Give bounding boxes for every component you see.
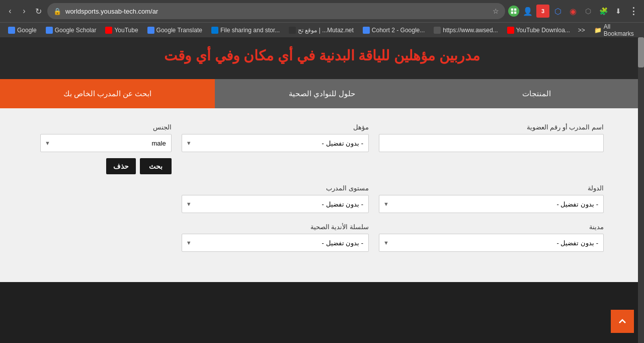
gender-select[interactable]: male female xyxy=(41,135,171,151)
translate-favicon xyxy=(147,27,154,34)
bookmark-awsed-label: https://www.awsed... xyxy=(443,27,498,34)
city-label: مدينة xyxy=(379,223,604,231)
bookmark-translate-label: Google Translate xyxy=(156,27,202,34)
scrollbar-thumb[interactable] xyxy=(638,37,644,67)
chain-select-wrapper: - بدون تفضيل - ▼ xyxy=(182,234,369,252)
addon-icon3[interactable]: ⬡ xyxy=(582,5,595,18)
action-buttons: بحث حذف xyxy=(40,158,172,174)
qual-select-wrapper: - بدون تفضيل - ▼ xyxy=(182,134,369,152)
svg-rect-0 xyxy=(511,9,513,11)
tab-solutions-label: حلول للنوادي الصحية xyxy=(289,89,355,98)
file-favicon xyxy=(211,27,218,34)
extensions-icon[interactable] xyxy=(508,6,519,17)
google-favicon xyxy=(8,27,15,34)
city-select[interactable]: - بدون تفضيل - xyxy=(379,235,603,251)
bookmark-scholar[interactable]: Google Scholar xyxy=(42,26,101,35)
page-header: مدربين مؤهلين للياقة البدنية في أي مكان … xyxy=(0,37,644,74)
bookmark-scholar-label: Google Scholar xyxy=(55,27,97,34)
folder-icon: 📁 xyxy=(594,27,602,34)
form-group-country: الدولة - بدون تفضيل - ▼ xyxy=(379,184,604,213)
country-select-wrapper: - بدون تفضيل - ▼ xyxy=(379,195,604,213)
bookmark-file-label: File sharing and stor... xyxy=(220,27,280,34)
form-group-name: اسم المدرب أو رقم العضوية xyxy=(379,123,604,152)
clear-button[interactable]: حذف xyxy=(106,158,136,174)
all-bookmarks-button[interactable]: 📁 All Bookmarks xyxy=(590,22,640,38)
chain-select[interactable]: - بدون تفضيل - xyxy=(182,235,368,251)
form-group-level: مستوى المدرب - بدون تفضيل - ▼ xyxy=(182,184,369,213)
bookmark-translate[interactable]: Google Translate xyxy=(143,26,206,35)
star-icon[interactable]: ☆ xyxy=(493,7,499,15)
extensions-button[interactable]: 🧩 xyxy=(597,5,610,18)
gender-label: الجنس xyxy=(40,123,172,131)
bookmark-cohort-label: Cohort 2 - Google... xyxy=(372,27,425,34)
tab-products-label: المنتجات xyxy=(522,89,551,98)
chain-label: سلسلة الأندية الصحية xyxy=(182,223,369,231)
bookmark-ytdl[interactable]: YouTube Downloa... xyxy=(503,26,574,35)
bookmark-cohort[interactable]: Cohort 2 - Google... xyxy=(359,26,429,35)
nav-tabs: ابحث عن المدرب الخاص بك حلول للنوادي الص… xyxy=(0,79,644,108)
form-row-1: اسم المدرب أو رقم العضوية مؤهل - بدون تف… xyxy=(40,123,604,174)
bookmark-google[interactable]: Google xyxy=(4,26,41,35)
form-group-chain: سلسلة الأندية الصحية - بدون تفضيل - ▼ xyxy=(182,223,369,252)
svg-rect-2 xyxy=(511,12,513,14)
page-content: مدربين مؤهلين للياقة البدنية في أي مكان … xyxy=(0,37,644,282)
tab-gym-solutions[interactable]: حلول للنوادي الصحية xyxy=(215,79,430,108)
cohort-favicon xyxy=(363,27,370,34)
more-label: >> xyxy=(578,27,585,34)
svg-rect-3 xyxy=(514,12,516,14)
bookmark-youtube[interactable]: YouTube xyxy=(101,26,142,35)
browser-toolbar: ‹ › ↻ 🔒 worldsports.yousab-tech.com/ar ☆… xyxy=(0,0,644,22)
country-select[interactable]: - بدون تفضيل - xyxy=(379,196,603,212)
scholar-favicon xyxy=(46,27,53,34)
bookmark-ytdl-label: YouTube Downloa... xyxy=(516,27,570,34)
bookmarks-more-button[interactable]: >> xyxy=(575,26,588,35)
country-label: الدولة xyxy=(379,184,604,192)
toolbar-icons: 👤 3 ⬡ ◉ ⬡ 🧩 ⬇ ⋮ xyxy=(508,5,640,18)
form-row-2: الدولة - بدون تفضيل - ▼ مستوى المدرب - ب… xyxy=(40,184,604,213)
name-input[interactable] xyxy=(379,134,604,152)
form-group-qual: مؤهل - بدون تفضيل - ▼ xyxy=(182,123,369,152)
tab-search-label: ابحث عن المدرب الخاص بك xyxy=(63,89,152,98)
youtube-favicon xyxy=(105,27,112,34)
tab-search-trainer[interactable]: ابحث عن المدرب الخاص بك xyxy=(0,79,215,108)
name-label: اسم المدرب أو رقم العضوية xyxy=(379,123,604,131)
bookmark-youtube-label: YouTube xyxy=(114,27,138,34)
profile-icon[interactable]: 👤 xyxy=(521,5,534,18)
level-label: مستوى المدرب xyxy=(182,184,369,192)
bookmarks-bar: Google Google Scholar YouTube Google Tra… xyxy=(0,22,644,37)
address-text: worldsports.yousab-tech.com/ar xyxy=(65,8,489,15)
search-form-area: اسم المدرب أو رقم العضوية مؤهل - بدون تف… xyxy=(0,108,644,282)
bookmark-file[interactable]: File sharing and stor... xyxy=(207,26,284,35)
back-button[interactable]: ‹ xyxy=(4,5,16,17)
download-icon[interactable]: ⬇ xyxy=(612,5,625,18)
browser-chrome: ‹ › ↻ 🔒 worldsports.yousab-tech.com/ar ☆… xyxy=(0,0,644,37)
back-to-top-button[interactable] xyxy=(611,310,634,333)
awsed-favicon xyxy=(434,27,441,34)
qual-label: مؤهل xyxy=(182,123,369,131)
bookmark-awsed[interactable]: https://www.awsed... xyxy=(430,26,502,35)
tab-products[interactable]: المنتجات xyxy=(429,79,644,108)
city-select-wrapper: - بدون تفضيل - ▼ xyxy=(379,234,604,252)
addon-icon1[interactable]: ⬡ xyxy=(551,5,565,18)
chevron-up-icon xyxy=(617,316,627,326)
all-bookmarks-label: All Bookmarks xyxy=(604,23,636,37)
mutaz-favicon xyxy=(289,27,296,34)
notification-icon[interactable]: 3 xyxy=(536,5,549,18)
form-group-city: مدينة - بدون تفضيل - ▼ xyxy=(379,223,604,252)
nav-buttons: ‹ › ↻ xyxy=(4,5,44,17)
qual-select[interactable]: - بدون تفضيل - xyxy=(182,135,368,151)
form-row-3: مدينة - بدون تفضيل - ▼ سلسلة الأندية الص… xyxy=(40,223,604,252)
search-button[interactable]: بحث xyxy=(140,158,172,174)
bookmark-google-label: Google xyxy=(17,27,37,34)
address-bar[interactable]: 🔒 worldsports.yousab-tech.com/ar ☆ xyxy=(47,3,505,19)
menu-icon[interactable]: ⋮ xyxy=(627,5,640,18)
reload-button[interactable]: ↻ xyxy=(32,5,44,17)
scrollbar[interactable] xyxy=(638,37,644,343)
lock-icon: 🔒 xyxy=(53,8,61,15)
bookmark-mutaz-label: موقع تح | ...Mutaz.net xyxy=(298,27,354,34)
level-select[interactable]: - بدون تفضيل - xyxy=(182,196,368,212)
ytdl-favicon xyxy=(507,27,514,34)
bookmark-mutaz[interactable]: موقع تح | ...Mutaz.net xyxy=(285,26,358,35)
forward-button[interactable]: › xyxy=(18,5,30,17)
addon-icon2[interactable]: ◉ xyxy=(567,5,580,18)
